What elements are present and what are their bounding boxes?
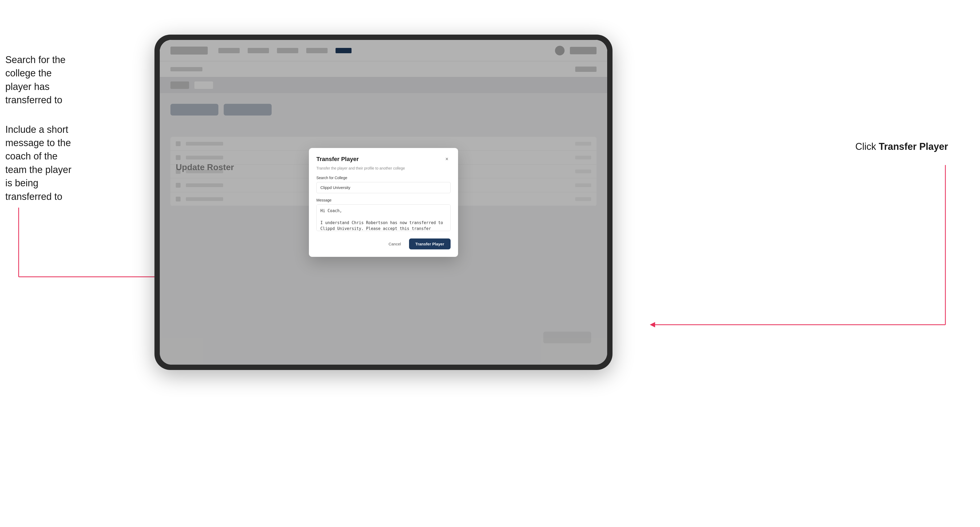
message-label: Message: [317, 198, 450, 202]
message-textarea[interactable]: Hi Coach, I understand Chris Robertson h…: [317, 205, 450, 231]
annotation-right-prefix: Click: [855, 141, 879, 152]
modal-title: Transfer Player: [317, 156, 359, 163]
transfer-player-button[interactable]: Transfer Player: [409, 238, 450, 249]
modal-close-button[interactable]: ×: [443, 156, 450, 163]
cancel-button[interactable]: Cancel: [384, 239, 405, 249]
modal-subtitle: Transfer the player and their profile to…: [317, 166, 450, 170]
transfer-player-modal: Transfer Player × Transfer the player an…: [309, 148, 458, 257]
annotation-tip2: Include a short message to the coach of …: [5, 124, 72, 202]
search-college-label: Search for College: [317, 176, 450, 180]
left-annotation: Search for the college the player has tr…: [5, 53, 80, 203]
modal-overlay: Transfer Player × Transfer the player an…: [160, 40, 607, 365]
svg-marker-5: [650, 322, 655, 327]
annotation-tip1: Search for the college the player has tr…: [5, 54, 65, 105]
search-college-input[interactable]: [317, 182, 450, 193]
annotation-right-bold: Transfer Player: [879, 141, 948, 152]
ipad-screen: Update Roster: [160, 40, 607, 365]
right-annotation: Click Transfer Player: [855, 141, 948, 152]
close-icon: ×: [445, 156, 449, 162]
ipad-device: Update Roster: [154, 35, 612, 370]
modal-footer: Cancel Transfer Player: [317, 238, 450, 249]
modal-header: Transfer Player ×: [317, 156, 450, 163]
